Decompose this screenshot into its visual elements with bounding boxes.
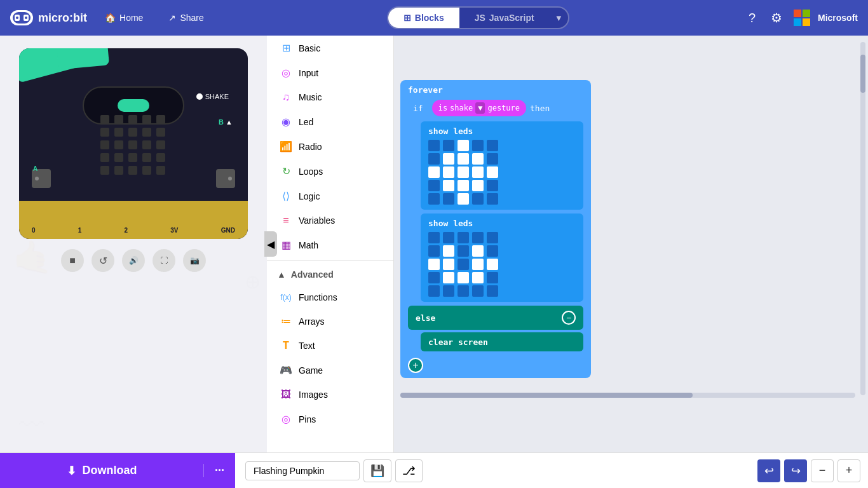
led-cell[interactable]: [428, 193, 440, 205]
home-button[interactable]: 🏠 Home: [97, 9, 151, 27]
led-cell[interactable]: [428, 245, 440, 257]
led-cell[interactable]: [472, 245, 484, 257]
sidebar-item-math[interactable]: ▦ Math: [267, 233, 393, 257]
zoom-out-button[interactable]: −: [811, 459, 834, 482]
led-cell[interactable]: [472, 285, 484, 297]
sidebar-item-text[interactable]: T Text: [267, 334, 393, 358]
horizontal-scrollbar[interactable]: [400, 393, 855, 398]
share-button[interactable]: ↗ Share: [161, 9, 211, 27]
led-cell[interactable]: [443, 166, 454, 178]
led-cell[interactable]: [472, 153, 484, 165]
block-canvas[interactable]: forever if is shake ▼ gesture then show …: [394, 36, 868, 427]
else-block[interactable]: else −: [408, 306, 583, 330]
javascript-mode-button[interactable]: JS JavaScript: [459, 8, 550, 28]
led-cell[interactable]: [472, 180, 484, 191]
led-cell[interactable]: [428, 166, 440, 178]
led-cell[interactable]: [443, 193, 454, 205]
settings-button[interactable]: ⚙: [767, 6, 786, 29]
project-name-input[interactable]: [245, 461, 360, 480]
led-cell[interactable]: [458, 153, 469, 165]
led-cell[interactable]: [443, 232, 454, 243]
sidebar-item-pins[interactable]: ◎ Pins: [267, 407, 393, 431]
download-button[interactable]: ⬇ Download ···: [0, 453, 235, 489]
mode-expand-button[interactable]: ▼: [550, 8, 568, 28]
led-cell[interactable]: [428, 140, 440, 151]
led-cell[interactable]: [487, 193, 498, 205]
led-cell[interactable]: [458, 272, 469, 283]
led-cell[interactable]: [428, 259, 440, 270]
zoom-in-button[interactable]: +: [837, 459, 860, 482]
led-cell[interactable]: [472, 232, 484, 243]
shake-dropdown-arrow[interactable]: ▼: [475, 102, 485, 114]
help-button[interactable]: ?: [745, 7, 759, 29]
sidebar-item-basic[interactable]: ⊞ Basic: [267, 36, 393, 60]
github-button[interactable]: ⎇: [395, 459, 423, 482]
sidebar-item-arrays[interactable]: ≔ Arrays: [267, 309, 393, 334]
led-cell[interactable]: [487, 259, 498, 270]
led-cell[interactable]: [472, 272, 484, 283]
led-cell[interactable]: [428, 232, 440, 243]
led-cell[interactable]: [458, 285, 469, 297]
led-cell[interactable]: [487, 166, 498, 178]
led-cell[interactable]: [458, 259, 469, 270]
sidebar-item-loops[interactable]: ↻ Loops: [267, 159, 393, 184]
clear-screen-block[interactable]: clear screen: [421, 332, 583, 351]
save-button[interactable]: 💾: [363, 459, 391, 482]
led-cell[interactable]: [443, 285, 454, 297]
led-cell[interactable]: [458, 180, 469, 191]
sidebar-item-images[interactable]: 🖼 Images: [267, 383, 393, 407]
led-cell[interactable]: [443, 180, 454, 191]
led-cell[interactable]: [443, 245, 454, 257]
led-cell[interactable]: [458, 245, 469, 257]
button-b[interactable]: [216, 169, 235, 188]
led-cell[interactable]: [472, 166, 484, 178]
sidebar-item-advanced[interactable]: ▲ Advanced: [267, 263, 393, 286]
forever-block[interactable]: forever if is shake ▼ gesture then show …: [400, 80, 591, 378]
led-cell[interactable]: [458, 232, 469, 243]
sidebar-item-game[interactable]: 🎮 Game: [267, 358, 393, 383]
sidebar-item-music[interactable]: ♫ Music: [267, 85, 393, 109]
led-cell[interactable]: [458, 166, 469, 178]
sidebar-item-radio[interactable]: 📶 Radio: [267, 134, 393, 159]
led-cell[interactable]: [487, 232, 498, 243]
led-cell[interactable]: [458, 193, 469, 205]
led-cell[interactable]: [428, 285, 440, 297]
redo-button[interactable]: ↪: [784, 459, 807, 482]
led-cell[interactable]: [443, 153, 454, 165]
led-cell[interactable]: [443, 259, 454, 270]
vertical-scrollbar[interactable]: [860, 42, 865, 395]
led-cell[interactable]: [472, 140, 484, 151]
led-cell[interactable]: [472, 259, 484, 270]
led-cell[interactable]: [487, 272, 498, 283]
add-statement-button[interactable]: +: [408, 358, 423, 373]
show-leds-block-2[interactable]: show leds: [421, 214, 583, 302]
restart-button[interactable]: ↺: [92, 249, 114, 272]
led-cell[interactable]: [487, 285, 498, 297]
sidebar-item-variables[interactable]: ≡ Variables: [267, 208, 393, 233]
stop-button[interactable]: ■: [61, 249, 84, 272]
sidebar-item-input[interactable]: ◎ Input: [267, 60, 393, 85]
led-cell[interactable]: [458, 140, 469, 151]
led-cell[interactable]: [472, 193, 484, 205]
show-leds-block-1[interactable]: show leds: [421, 121, 583, 210]
led-cell[interactable]: [428, 180, 440, 191]
led-cell[interactable]: [487, 180, 498, 191]
sidebar-item-functions[interactable]: f(x) Functions: [267, 286, 393, 309]
else-remove-button[interactable]: −: [562, 311, 576, 325]
screenshot-button[interactable]: 📷: [183, 249, 206, 272]
mute-button[interactable]: 🔊: [122, 249, 145, 272]
led-cell[interactable]: [487, 153, 498, 165]
fullscreen-button[interactable]: ⛶: [153, 249, 175, 272]
led-cell[interactable]: [487, 245, 498, 257]
led-cell[interactable]: [428, 272, 440, 283]
led-cell[interactable]: [443, 272, 454, 283]
download-more-button[interactable]: ···: [203, 464, 235, 477]
blocks-mode-button[interactable]: ⊞ Blocks: [388, 8, 459, 28]
sidebar-item-led[interactable]: ◉ Led: [267, 109, 393, 134]
sidebar-item-logic[interactable]: ⟨⟩ Logic: [267, 184, 393, 208]
led-cell[interactable]: [443, 140, 454, 151]
shake-gesture-pill[interactable]: is shake ▼ gesture: [432, 100, 526, 116]
collapse-sidebar-button[interactable]: ◀: [264, 231, 277, 257]
led-cell[interactable]: [428, 153, 440, 165]
undo-button[interactable]: ↩: [757, 459, 780, 482]
